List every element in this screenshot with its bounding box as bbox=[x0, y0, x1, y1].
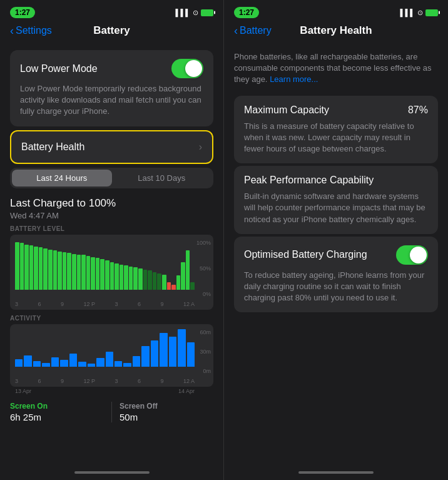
bar-8 bbox=[48, 250, 53, 290]
bar-22 bbox=[115, 263, 119, 290]
act-x-6a: 6 bbox=[38, 378, 41, 384]
peak-performance-card: Peak Performance Capability Built-in dyn… bbox=[234, 166, 438, 234]
act-y-30: 30m bbox=[200, 349, 211, 355]
screen-stats: Screen On 6h 25m Screen Off 50m bbox=[0, 397, 223, 422]
low-power-mode-toggle[interactable] bbox=[171, 59, 203, 78]
status-icons-right: ▌▌▌ ⊙ bbox=[400, 9, 438, 17]
home-indicator-right bbox=[224, 467, 448, 480]
home-indicator-left bbox=[0, 467, 223, 480]
act-x-3p: 3 bbox=[115, 378, 118, 384]
bar-29 bbox=[148, 270, 152, 289]
act-x-6p: 6 bbox=[138, 378, 141, 384]
home-bar-right bbox=[298, 471, 374, 474]
bar-11 bbox=[63, 252, 67, 290]
activity-chart-label: ACTIVITY bbox=[10, 315, 213, 322]
bar-21 bbox=[110, 262, 115, 290]
activity-bars bbox=[15, 329, 195, 367]
screen-off-stat: Screen Off 50m bbox=[112, 402, 213, 422]
status-bar-left: 1:27 ▌▌▌ ⊙ bbox=[0, 0, 223, 23]
bar-2 bbox=[20, 243, 24, 289]
low-power-mode-label: Low Power Mode bbox=[20, 63, 98, 74]
time-btn-24h[interactable]: Last 24 Hours bbox=[12, 170, 112, 186]
act-bar-4 bbox=[42, 363, 49, 367]
bar-18 bbox=[96, 258, 100, 289]
battery-health-row[interactable]: Battery Health › bbox=[10, 130, 213, 164]
bar-38 bbox=[190, 282, 195, 290]
act-bar-19 bbox=[178, 329, 185, 367]
low-power-mode-card: Low Power Mode Low Power Mode temporaril… bbox=[10, 50, 213, 126]
time-btn-10d[interactable]: Last 10 Days bbox=[112, 170, 212, 186]
low-power-mode-desc: Low Power Mode temporarily reduces backg… bbox=[20, 83, 203, 118]
battery-status-icon-right bbox=[425, 9, 438, 16]
max-capacity-value: 87% bbox=[408, 105, 428, 116]
battery-status-icon bbox=[201, 9, 213, 16]
bar-16 bbox=[86, 256, 91, 290]
bar-32 bbox=[162, 275, 166, 290]
bar-15 bbox=[81, 255, 86, 289]
bar-5 bbox=[34, 247, 38, 290]
bar-33 bbox=[167, 282, 171, 290]
page-title-right: Battery Health bbox=[300, 24, 372, 37]
x-label-12a: 12 A bbox=[183, 301, 195, 307]
optimised-charging-label: Optimised Battery Charging bbox=[244, 249, 367, 260]
act-bar-17 bbox=[160, 333, 167, 367]
optimised-charging-card: Optimised Battery Charging To reduce bat… bbox=[234, 237, 438, 313]
max-capacity-desc: This is a measure of battery capacity re… bbox=[244, 121, 428, 155]
back-button-right[interactable]: ‹ Battery bbox=[234, 25, 272, 36]
page-title-left: Battery bbox=[93, 24, 130, 37]
nav-bar-left: ‹ Settings Battery bbox=[0, 23, 223, 41]
max-capacity-card: Maximum Capacity 87% This is a measure o… bbox=[234, 96, 438, 164]
x-label-6p: 6 bbox=[138, 301, 141, 307]
x-label-3p: 3 bbox=[115, 301, 118, 307]
back-chevron-left: ‹ bbox=[10, 25, 14, 36]
toggle-knob bbox=[185, 60, 202, 77]
bar-14 bbox=[77, 255, 81, 290]
y-label-100: 100% bbox=[196, 240, 211, 246]
bar-12 bbox=[67, 253, 71, 289]
status-bar-right: 1:27 ▌▌▌ ⊙ bbox=[224, 0, 448, 23]
wifi-icon-right: ⊙ bbox=[417, 9, 423, 17]
back-button-left[interactable]: ‹ Settings bbox=[10, 25, 52, 36]
bar-26 bbox=[133, 267, 138, 289]
bar-20 bbox=[105, 260, 109, 289]
bar-30 bbox=[153, 272, 157, 290]
peak-performance-label: Peak Performance Capability bbox=[244, 175, 428, 186]
signal-icon-right: ▌▌▌ bbox=[400, 9, 415, 16]
y-label-50: 50% bbox=[196, 265, 211, 272]
x-label-9a: 9 bbox=[61, 301, 64, 307]
screen-on-heading: Screen On bbox=[10, 402, 111, 411]
wifi-icon: ⊙ bbox=[193, 9, 198, 17]
bar-6 bbox=[39, 247, 43, 289]
bar-36 bbox=[181, 262, 185, 290]
status-time-right: 1:27 bbox=[234, 7, 259, 18]
bar-28 bbox=[143, 270, 148, 290]
low-power-mode-row: Low Power Mode bbox=[20, 59, 203, 78]
x-label-9p: 9 bbox=[160, 301, 163, 307]
act-x-12a: 12 A bbox=[183, 378, 195, 384]
bar-34 bbox=[171, 285, 176, 290]
bar-7 bbox=[43, 248, 48, 290]
left-content: Low Power Mode Low Power Mode temporaril… bbox=[0, 41, 223, 467]
capacity-row: Maximum Capacity 87% bbox=[244, 105, 428, 116]
bar-24 bbox=[124, 265, 128, 289]
bar-19 bbox=[100, 259, 104, 290]
act-bar-6 bbox=[60, 360, 68, 367]
bar-10 bbox=[58, 252, 62, 290]
battery-level-section: BATTERY LEVEL 100% 50% 0% bbox=[0, 223, 223, 312]
act-bar-12 bbox=[115, 361, 122, 367]
bar-9 bbox=[53, 250, 58, 289]
optimised-charging-toggle[interactable] bbox=[396, 245, 428, 265]
bar-23 bbox=[120, 265, 124, 290]
back-chevron-right: ‹ bbox=[234, 25, 238, 36]
learn-more-link[interactable]: Learn more... bbox=[270, 74, 318, 84]
bar-1 bbox=[15, 242, 19, 290]
optimised-charging-row: Optimised Battery Charging bbox=[244, 245, 428, 265]
activity-y-labels: 60m 30m 0m bbox=[200, 329, 211, 374]
act-bar-13 bbox=[123, 363, 131, 367]
screen-on-value: 6h 25m bbox=[10, 412, 111, 422]
activity-chart-container: 60m 30m 0m bbox=[10, 324, 213, 387]
status-icons-left: ▌▌▌ ⊙ bbox=[176, 9, 213, 17]
optimised-charging-desc: To reduce battery ageing, iPhone learns … bbox=[244, 270, 428, 304]
act-bar-2 bbox=[24, 355, 31, 367]
back-label-left: Settings bbox=[16, 25, 52, 36]
